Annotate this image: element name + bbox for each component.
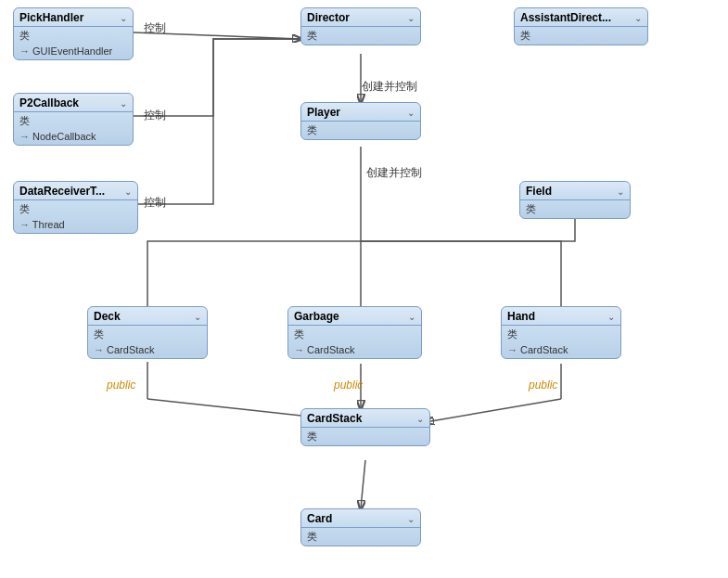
- field-stereotype: 类: [520, 200, 630, 218]
- card-stereotype: 类: [301, 528, 420, 546]
- node-director[interactable]: Director ⌄ 类: [300, 7, 421, 45]
- node-player-title: Player: [307, 106, 340, 119]
- node-garbage[interactable]: Garbage ⌄ 类 → CardStack: [287, 306, 422, 359]
- node-deck-title: Deck: [94, 310, 121, 323]
- label-public2: public: [334, 379, 363, 392]
- node-pickhandler-title: PickHandler: [19, 11, 83, 24]
- assistantdir-stereotype: 类: [515, 27, 647, 45]
- assistantdir-chevron: ⌄: [634, 13, 642, 23]
- pickhandler-chevron: ⌄: [120, 13, 127, 23]
- deck-stereotype: 类: [88, 326, 207, 343]
- node-director-title: Director: [307, 11, 350, 24]
- garbage-stereotype: 类: [288, 326, 421, 343]
- node-hand[interactable]: Hand ⌄ 类 → CardStack: [501, 306, 621, 359]
- node-garbage-title: Garbage: [294, 310, 339, 323]
- director-stereotype: 类: [301, 27, 420, 45]
- node-field-title: Field: [526, 185, 552, 198]
- p2callback-attr1: → NodeCallback: [14, 130, 133, 145]
- datareceivert-chevron: ⌄: [124, 186, 132, 197]
- node-datareceivert[interactable]: DataReceiverT... ⌄ 类 → Thread: [13, 181, 138, 234]
- hand-stereotype: 类: [502, 326, 620, 343]
- node-cardstack-title: CardStack: [307, 412, 362, 425]
- pickhandler-stereotype: 类: [14, 27, 133, 45]
- deck-chevron: ⌄: [194, 312, 201, 322]
- label-createcontrol1: 创建并控制: [362, 79, 417, 95]
- node-assistantdir-title: AssistantDirect...: [520, 11, 611, 24]
- node-cardstack[interactable]: CardStack ⌄ 类: [300, 408, 430, 446]
- node-p2callback[interactable]: P2Callback ⌄ 类 → NodeCallback: [13, 93, 134, 146]
- label-control2: 控制: [144, 108, 166, 123]
- garbage-attr1: → CardStack: [288, 343, 421, 358]
- node-card-title: Card: [307, 512, 332, 525]
- label-createcontrol2: 创建并控制: [366, 165, 422, 181]
- node-pickhandler[interactable]: PickHandler ⌄ 类 → GUIEventHandler: [13, 7, 134, 60]
- hand-attr1: → CardStack: [502, 343, 620, 358]
- node-deck[interactable]: Deck ⌄ 类 → CardStack: [87, 306, 208, 359]
- node-p2callback-title: P2Callback: [19, 96, 79, 109]
- player-chevron: ⌄: [407, 108, 415, 118]
- label-control1: 控制: [144, 20, 166, 36]
- node-datareceivert-title: DataReceiverT...: [19, 185, 105, 198]
- label-control3: 控制: [144, 195, 166, 211]
- node-field[interactable]: Field ⌄ 类: [519, 181, 631, 219]
- label-public3: public: [529, 379, 557, 392]
- p2callback-stereotype: 类: [14, 112, 133, 130]
- cardstack-stereotype: 类: [301, 428, 429, 445]
- node-hand-title: Hand: [507, 310, 535, 323]
- garbage-chevron: ⌄: [408, 312, 415, 322]
- node-assistantdir[interactable]: AssistantDirect... ⌄ 类: [514, 7, 648, 45]
- director-chevron: ⌄: [407, 13, 415, 23]
- svg-line-9: [361, 460, 365, 508]
- uml-diagram: PickHandler ⌄ 类 → GUIEventHandler P2Call…: [0, 0, 728, 578]
- card-chevron: ⌄: [407, 514, 415, 524]
- node-player[interactable]: Player ⌄ 类: [300, 102, 421, 140]
- hand-chevron: ⌄: [607, 312, 615, 322]
- p2callback-chevron: ⌄: [120, 98, 127, 109]
- datareceivert-attr1: → Thread: [14, 218, 137, 233]
- node-card[interactable]: Card ⌄ 类: [300, 508, 421, 546]
- pickhandler-attr1: → GUIEventHandler: [14, 45, 133, 59]
- player-stereotype: 类: [301, 122, 420, 139]
- field-chevron: ⌄: [617, 186, 624, 197]
- label-public1: public: [107, 379, 135, 392]
- svg-line-8: [426, 399, 561, 422]
- datareceivert-stereotype: 类: [14, 200, 137, 218]
- deck-attr1: → CardStack: [88, 343, 207, 358]
- cardstack-chevron: ⌄: [416, 414, 424, 424]
